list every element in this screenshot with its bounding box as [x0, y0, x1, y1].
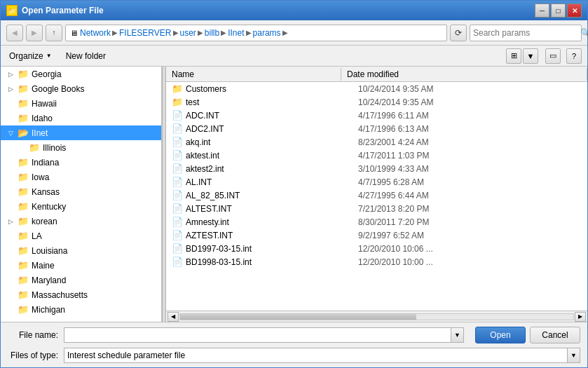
col-date-header[interactable]: Date modified: [341, 68, 587, 81]
tree-item-kansas[interactable]: 📁 Kansas: [1, 184, 161, 199]
organize-button[interactable]: Organize ▼: [6, 50, 55, 62]
expand-icon: [6, 100, 15, 108]
file-row-bd1997-int[interactable]: 📄 BD1997-03-15.int 12/20/2010 10:06 ...: [166, 242, 587, 255]
scroll-left-button[interactable]: ◀: [167, 312, 179, 322]
folder-icon: 📁: [18, 157, 29, 168]
tree-item-massachusetts[interactable]: 📁 Massachusetts: [1, 287, 161, 302]
cancel-button[interactable]: Cancel: [530, 327, 580, 343]
file-name: ADC.INT: [186, 111, 355, 121]
tree-item-louisiana[interactable]: 📁 Louisiana: [1, 243, 161, 258]
new-folder-label: New folder: [66, 51, 106, 61]
file-date: 4/7/1995 6:28 AM: [358, 177, 582, 187]
views-dropdown-button[interactable]: ▼: [523, 48, 538, 64]
folder-icon: 📁: [18, 201, 29, 212]
tree-item-maryland[interactable]: 📁 Maryland: [1, 273, 161, 287]
filetype-row: Files of type: Interest schedule paramet…: [8, 348, 580, 363]
folder-icon: 📁: [18, 69, 29, 79]
organize-label: Organize: [9, 51, 43, 61]
help-button[interactable]: ?: [566, 48, 582, 64]
expand-icon: ▷: [6, 217, 15, 226]
file-date: 4/17/1996 6:11 AM: [358, 111, 582, 121]
file-name: akq.int: [186, 137, 355, 147]
tree-item-google-books[interactable]: ▷ 📁 Google Books: [1, 81, 161, 96]
back-button[interactable]: ◀: [6, 25, 23, 41]
expand-icon: ▷: [6, 70, 15, 79]
tree-item-korean[interactable]: ▷ 📁 korean: [1, 214, 161, 229]
view-controls: ⊞ ▼ ▭ ?: [506, 48, 582, 64]
search-input[interactable]: [473, 28, 578, 38]
preview-button[interactable]: ▭: [545, 48, 561, 64]
col-name-header[interactable]: Name: [166, 68, 341, 81]
horizontal-scrollbar[interactable]: ◀ ▶: [166, 311, 587, 322]
file-icon: 📄: [172, 123, 183, 134]
file-row-aztest-int[interactable]: 📄 AZTEST.INT 9/2/1997 6:52 AM: [166, 229, 587, 242]
file-row-al-int[interactable]: 📄 AL.INT 4/7/1995 6:28 AM: [166, 175, 587, 189]
file-row-amnesty-int[interactable]: 📄 Amnesty.int 8/30/2011 7:20 PM: [166, 215, 587, 229]
expand-icon: [6, 276, 15, 285]
tree-item-iinet[interactable]: ▽ 📂 IInet: [1, 125, 161, 140]
tree-item-la[interactable]: 📁 LA: [1, 229, 161, 243]
tree-item-hawaii[interactable]: 📁 Hawaii: [1, 96, 161, 111]
toolbar: ◀ ▶ ↑ 🖥 Network ▶ FILESERVER ▶ user ▶ bi…: [1, 20, 587, 46]
open-button[interactable]: Open: [475, 327, 526, 343]
breadcrumb-billb[interactable]: billb: [205, 28, 219, 38]
scroll-thumb: [180, 314, 416, 320]
file-row-akq-int[interactable]: 📄 akq.int 8/23/2001 4:24 AM: [166, 135, 587, 149]
tree-item-georgia[interactable]: ▷ 📁 Georgia: [1, 67, 161, 81]
tree-label-google-books: Google Books: [32, 84, 84, 94]
window-controls: ─ □ ✕: [535, 4, 582, 18]
breadcrumb-fileserver[interactable]: FILESERVER: [119, 28, 171, 38]
minimize-button[interactable]: ─: [535, 4, 549, 18]
filetype-dropdown-button[interactable]: ▼: [568, 348, 580, 363]
breadcrumb-iinet[interactable]: IInet: [228, 28, 244, 38]
expand-icon: [6, 203, 15, 211]
file-list: 📁 Customers 10/24/2014 9:35 AM 📁 test 10…: [166, 82, 587, 311]
filename-input[interactable]: [64, 327, 451, 343]
tree-item-kentucky[interactable]: 📁 Kentucky: [1, 199, 161, 214]
expand-icon: [6, 306, 15, 314]
filetype-select[interactable]: Interest schedule parameter file: [64, 348, 568, 363]
scroll-track[interactable]: [179, 313, 574, 320]
file-row-al82-int[interactable]: 📄 AL_82_85.INT 4/27/1995 6:44 AM: [166, 189, 587, 202]
folder-icon-open: 📂: [18, 128, 29, 138]
file-row-aktest2-int[interactable]: 📄 aktest2.int 3/10/1999 4:33 AM: [166, 162, 587, 175]
file-row-adc-int[interactable]: 📄 ADC.INT 4/17/1996 6:11 AM: [166, 109, 587, 122]
tree-item-iowa[interactable]: 📁 Iowa: [1, 170, 161, 184]
tree-item-michigan[interactable]: 📁 Michigan: [1, 302, 161, 317]
filename-dropdown-button[interactable]: ▼: [451, 327, 464, 343]
file-date: 4/27/1995 6:44 AM: [358, 191, 582, 200]
maximize-button[interactable]: □: [551, 4, 566, 18]
breadcrumb-network[interactable]: Network: [80, 28, 111, 38]
folder-icon: 📁: [18, 245, 29, 256]
forward-button[interactable]: ▶: [26, 25, 43, 41]
new-folder-button[interactable]: New folder: [63, 50, 109, 62]
tree-item-idaho[interactable]: 📁 Idaho: [1, 111, 161, 125]
file-row-aktest-int[interactable]: 📄 aktest.int 4/17/2011 1:03 PM: [166, 149, 587, 162]
organize-dropdown-icon: ▼: [46, 53, 52, 59]
file-row-customers[interactable]: 📁 Customers 10/24/2014 9:35 AM: [166, 82, 587, 95]
tree-item-maine[interactable]: 📁 Maine: [1, 258, 161, 273]
tree-item-illinois[interactable]: 📁 Illinois: [12, 140, 161, 155]
refresh-button[interactable]: ⟳: [450, 25, 467, 41]
folder-icon: 📁: [29, 142, 40, 153]
file-row-altest-int[interactable]: 📄 ALTEST.INT 7/21/2013 8:20 PM: [166, 202, 587, 215]
views-button[interactable]: ⊞: [506, 48, 521, 64]
title-bar: 📁 Open Parameter File ─ □ ✕: [1, 1, 587, 20]
breadcrumb-user[interactable]: user: [180, 28, 196, 38]
file-row-test[interactable]: 📁 test 10/24/2014 9:35 AM: [166, 95, 587, 109]
up-button[interactable]: ↑: [46, 25, 62, 41]
scroll-right-button[interactable]: ▶: [575, 312, 586, 322]
file-icon: 📄: [172, 190, 183, 200]
search-bar: 🔍: [470, 25, 582, 41]
search-icon: 🔍: [580, 28, 588, 38]
file-name: test: [186, 97, 355, 107]
window-title: Open Parameter File: [22, 6, 104, 15]
tree-item-indiana[interactable]: 📁 Indiana: [1, 155, 161, 170]
file-name: Customers: [186, 84, 355, 94]
file-name: AL_82_85.INT: [186, 191, 355, 200]
file-row-bd1998-int[interactable]: 📄 BD1998-03-15.int 12/20/2010 10:00 ...: [166, 255, 587, 268]
close-button[interactable]: ✕: [567, 4, 582, 18]
left-panel-tree: ▷ 📁 Georgia ▷ 📁 Google Books 📁 Hawaii 📁 …: [1, 67, 162, 322]
file-row-adc2-int[interactable]: 📄 ADC2.INT 4/17/1996 6:13 AM: [166, 122, 587, 135]
breadcrumb-params[interactable]: params: [253, 28, 281, 38]
